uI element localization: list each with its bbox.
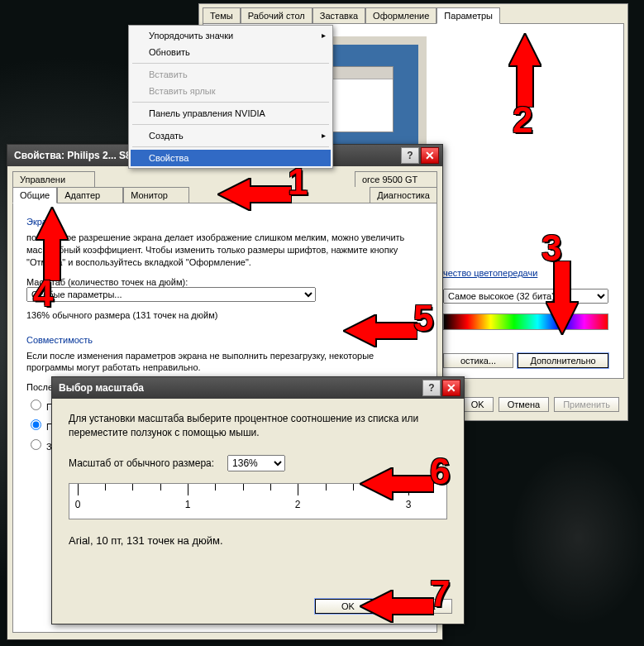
ctx-nvidia-panel[interactable]: Панель управления NVIDIA	[131, 105, 331, 122]
advanced-button[interactable]: Дополнительно	[518, 353, 608, 368]
ctx-arrange-icons[interactable]: Упорядочить значки	[131, 27, 331, 44]
display-apply-button: Применить	[554, 397, 619, 412]
ruler-mark: 1	[185, 499, 191, 510]
scale-percent-select[interactable]: 136%	[227, 455, 285, 471]
dpi-description: пользуемое разрешение экрана делает изоб…	[26, 232, 423, 269]
ruler-mark: 2	[295, 499, 301, 510]
display-tabs: Темы Рабочий стол Заставка Оформление Па…	[199, 4, 627, 23]
ctx-refresh[interactable]: Обновить	[131, 44, 331, 60]
scale-percent-label: Масштаб от обычного размера:	[69, 457, 214, 469]
tab-general[interactable]: Общие	[12, 187, 57, 203]
scale-cancel-button[interactable]: Отмена	[386, 599, 452, 614]
color-quality-label: чество цветопередачи	[443, 268, 537, 278]
ctx-separator	[132, 102, 329, 103]
ruler-mark: 0	[75, 499, 81, 510]
dpi-scale-label: Масштаб (количество точек на дюйм):	[26, 277, 423, 287]
compat-description: Если после изменения параметров экрана н…	[26, 350, 423, 375]
color-spectrum-preview	[443, 313, 608, 330]
dpi-scale-select[interactable]: Особые параметры...	[26, 287, 316, 302]
scale-sample-text: Arial, 10 пт, 131 точек на дюйм.	[69, 534, 447, 547]
scale-body: Для установки масштаба выберите процентн…	[52, 399, 464, 572]
ctx-paste: Вставить	[131, 66, 331, 83]
scale-ruler[interactable]: 0 1 2 3	[69, 483, 447, 519]
troubleshoot-button[interactable]: остика...	[443, 353, 513, 368]
display-ok-button[interactable]: OK	[462, 397, 494, 412]
ctx-paste-shortcut: Вставить ярлык	[131, 83, 331, 99]
tab-themes[interactable]: Темы	[203, 7, 241, 23]
scale-description: Для установки масштаба выберите процентн…	[69, 412, 447, 440]
ctx-separator	[132, 124, 329, 125]
desktop-context-menu: Упорядочить значки Обновить Вставить Вст…	[128, 25, 333, 169]
tab-desktop[interactable]: Рабочий стол	[241, 7, 312, 23]
ctx-new[interactable]: Создать	[131, 127, 331, 144]
tab-screensaver[interactable]: Заставка	[312, 7, 365, 23]
tab-monitor[interactable]: Монитор	[123, 187, 189, 203]
ctx-separator	[132, 63, 329, 64]
tab-geforce[interactable]: orce 9500 GT	[355, 171, 437, 187]
display-cancel-button[interactable]: Отмена	[499, 397, 549, 412]
ruler-mark: 3	[406, 499, 412, 510]
scale-ok-button[interactable]: OK	[315, 599, 381, 614]
ctx-properties[interactable]: Свойства	[131, 150, 331, 166]
scale-title-text: Выбор масштаба	[59, 382, 421, 394]
tab-color-management[interactable]: Управлени	[12, 171, 95, 187]
help-icon[interactable]: ?	[401, 147, 419, 164]
compat-section-title: Совместимость	[26, 335, 423, 345]
tab-adapter[interactable]: Адаптер	[57, 187, 123, 203]
screen-section-title: Экран	[26, 217, 423, 227]
ctx-separator	[132, 146, 329, 147]
dpi-info-text: 136% обычного размера (131 точек на дюйм…	[26, 310, 423, 320]
tab-appearance[interactable]: Оформление	[365, 7, 436, 23]
close-icon[interactable]: ✕	[442, 380, 460, 396]
tab-diagnostics[interactable]: Диагностика	[370, 187, 437, 203]
tab-settings[interactable]: Параметры	[436, 7, 500, 24]
scale-titlebar[interactable]: Выбор масштаба ? ✕	[52, 377, 464, 399]
scale-selection-window: Выбор масштаба ? ✕ Для установки масштаб…	[51, 376, 465, 624]
help-icon[interactable]: ?	[422, 380, 441, 396]
close-icon[interactable]: ✕	[421, 147, 439, 164]
color-quality-select[interactable]: Самое высокое (32 бита)	[443, 289, 608, 304]
